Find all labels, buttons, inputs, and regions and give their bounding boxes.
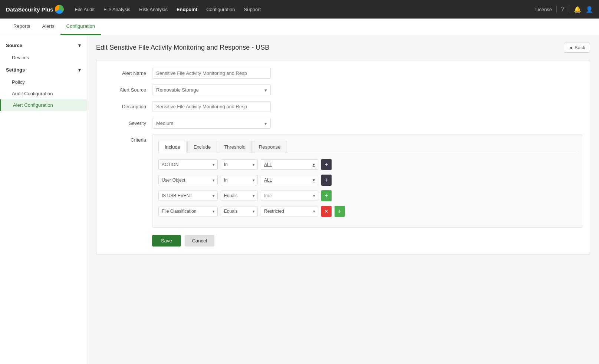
severity-field: Medium	[152, 118, 582, 129]
usb-operator-wrapper: Equals	[221, 191, 258, 201]
severity-select[interactable]: Medium	[152, 118, 271, 129]
sub-nav: Reports Alerts Configuration	[0, 19, 599, 35]
nav-file-audit[interactable]: File Audit	[75, 5, 95, 14]
description-field	[152, 101, 582, 112]
sidebar-settings-label: Settings	[6, 67, 25, 73]
action-value-text: ALL	[264, 162, 272, 167]
user-field-wrapper: User Object	[158, 175, 218, 185]
fileclass-remove-button[interactable]: ✕	[321, 206, 332, 217]
notification-icon[interactable]: 🔔	[574, 6, 581, 13]
criteria-tab-include[interactable]: Include	[158, 141, 187, 153]
user-value-display: ALL ▾	[261, 175, 318, 185]
nav-divider	[556, 6, 557, 13]
alert-name-label: Alert Name	[104, 68, 152, 76]
usb-operator-select[interactable]: Equals	[221, 191, 258, 201]
sidebar-item-alert-config[interactable]: Alert Configuration	[0, 99, 87, 111]
criteria-row-user-object: User Object In ALL ▾	[158, 175, 576, 186]
action-value-display: ALL ▾	[261, 159, 318, 170]
alert-source-field: Removable Storage	[152, 85, 582, 95]
usb-field-select[interactable]: IS USB EVENT	[158, 191, 218, 201]
license-link[interactable]: License	[535, 7, 552, 12]
cancel-button[interactable]: Cancel	[185, 235, 214, 246]
fileclass-value-select[interactable]: Restricted	[261, 206, 318, 216]
criteria-tab-exclude[interactable]: Exclude	[187, 141, 217, 153]
user-value-text: ALL	[264, 178, 272, 183]
severity-wrapper: Medium	[152, 118, 271, 129]
sidebar-settings-header[interactable]: Settings ▾	[0, 63, 87, 76]
alert-source-row: Alert Source Removable Storage	[104, 85, 582, 95]
back-button[interactable]: ◄ Back	[564, 43, 590, 53]
fileclass-operator-wrapper: Equals	[221, 206, 258, 216]
severity-row: Severity Medium	[104, 118, 582, 129]
sidebar: Source ▾ Devices Settings ▾ Policy Audit…	[0, 35, 87, 364]
action-field-select[interactable]: ACTION	[158, 159, 218, 170]
save-button[interactable]: Save	[152, 235, 181, 246]
alert-name-input[interactable]	[152, 68, 271, 79]
page-title: Edit Sensitive File Activity Monitoring …	[96, 44, 269, 52]
nav-divider2	[569, 6, 569, 13]
help-icon[interactable]: ?	[561, 6, 565, 13]
user-field-select[interactable]: User Object	[158, 175, 218, 185]
fileclass-add-button[interactable]: +	[335, 206, 345, 217]
sidebar-source-label: Source	[6, 43, 22, 48]
nav-support[interactable]: Support	[244, 5, 261, 14]
alert-source-label: Alert Source	[104, 85, 152, 93]
action-operator-select[interactable]: In	[221, 159, 258, 170]
tab-alerts[interactable]: Alerts	[36, 19, 60, 35]
alert-source-wrapper: Removable Storage	[152, 85, 271, 95]
sidebar-source-header[interactable]: Source ▾	[0, 39, 87, 52]
description-row: Description	[104, 101, 582, 112]
brand-icon	[55, 5, 64, 14]
action-add-button[interactable]: +	[321, 159, 332, 170]
nav-links: File Audit File Analysis Risk Analysis E…	[75, 5, 536, 14]
tab-reports[interactable]: Reports	[7, 19, 36, 35]
sidebar-settings-chevron: ▾	[78, 67, 81, 73]
sidebar-item-audit-config[interactable]: Audit Configuration	[0, 88, 87, 99]
nav-endpoint[interactable]: Endpoint	[177, 5, 197, 14]
user-operator-select[interactable]: In	[221, 175, 258, 185]
layout: Source ▾ Devices Settings ▾ Policy Audit…	[0, 35, 599, 364]
description-label: Description	[104, 101, 152, 109]
sidebar-item-devices[interactable]: Devices	[0, 52, 87, 63]
nav-file-analysis[interactable]: File Analysis	[103, 5, 130, 14]
page-header: Edit Sensitive File Activity Monitoring …	[96, 43, 590, 53]
description-input[interactable]	[152, 101, 271, 112]
usb-value-select[interactable]: true	[261, 191, 318, 201]
criteria-row-usb-event: IS USB EVENT Equals true	[158, 190, 576, 201]
fileclass-value-wrapper: Restricted	[261, 206, 318, 216]
user-icon[interactable]: 👤	[586, 6, 593, 13]
criteria-row: Criteria Include Exclude Threshold Respo…	[104, 135, 582, 228]
criteria-field: Include Exclude Threshold Response ACTIO…	[152, 135, 582, 228]
criteria-label: Criteria	[104, 135, 152, 143]
user-add-button[interactable]: +	[321, 175, 332, 186]
fileclass-field-select[interactable]: File Classification	[158, 206, 218, 216]
action-operator-wrapper: In	[221, 159, 258, 170]
alert-source-select[interactable]: Removable Storage	[152, 85, 271, 95]
alert-name-row: Alert Name	[104, 68, 582, 79]
usb-field-wrapper: IS USB EVENT	[158, 191, 218, 201]
form-actions: Save Cancel	[104, 235, 582, 246]
brand: DataSecurity Plus	[6, 5, 64, 14]
nav-right: License ? 🔔 👤	[535, 6, 593, 13]
main-content: Edit Sensitive File Activity Monitoring …	[87, 35, 599, 364]
criteria-section: Include Exclude Threshold Response ACTIO…	[152, 135, 582, 228]
form-container: Alert Name Alert Source Removable Storag…	[96, 60, 590, 254]
usb-value-wrapper: true	[261, 191, 318, 201]
fileclass-operator-select[interactable]: Equals	[221, 206, 258, 216]
action-value-chevron: ▾	[313, 162, 315, 167]
nav-configuration[interactable]: Configuration	[206, 5, 235, 14]
usb-add-button[interactable]: +	[321, 190, 332, 201]
criteria-tab-response[interactable]: Response	[253, 141, 287, 153]
user-value-chevron: ▾	[313, 178, 315, 183]
alert-name-field	[152, 68, 582, 79]
tab-configuration[interactable]: Configuration	[60, 19, 101, 35]
brand-name: DataSecurity Plus	[6, 6, 53, 13]
fileclass-field-wrapper: File Classification	[158, 206, 218, 216]
criteria-tabs: Include Exclude Threshold Response	[158, 141, 576, 153]
sidebar-item-policy[interactable]: Policy	[0, 76, 87, 88]
severity-label: Severity	[104, 118, 152, 126]
criteria-row-action: ACTION In ALL ▾	[158, 159, 576, 170]
nav-risk-analysis[interactable]: Risk Analysis	[139, 5, 168, 14]
top-nav: DataSecurity Plus File Audit File Analys…	[0, 0, 599, 19]
criteria-tab-threshold[interactable]: Threshold	[218, 141, 252, 153]
